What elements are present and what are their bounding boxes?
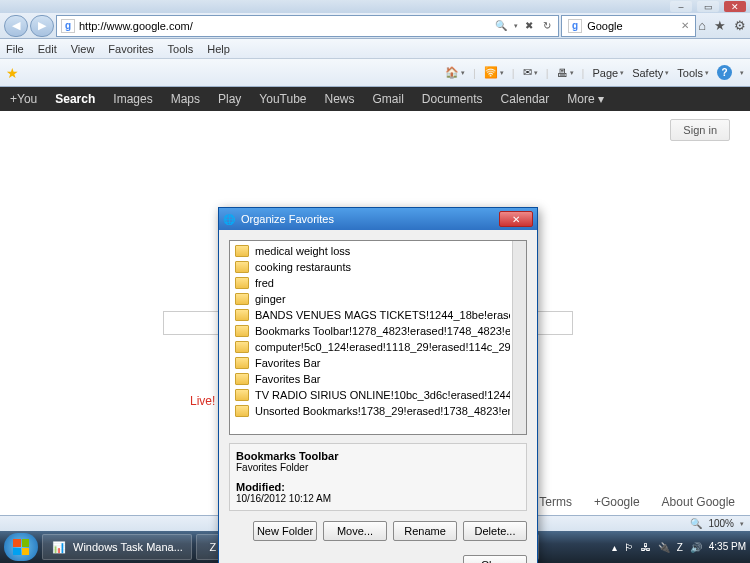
home-icon[interactable]: ⌂ [698,18,706,33]
gbar-news[interactable]: News [325,92,355,106]
footer-link[interactable]: +Google [594,495,640,509]
favorites-folder-item[interactable]: BANDS VENUES MAGS TICKETS!1244_18be!eras… [232,307,510,323]
add-favorite-icon[interactable]: ★ [6,65,19,81]
site-favicon: g [61,19,75,33]
favorites-folder-item[interactable]: Unsorted Bookmarks!1738_29!erased!1738_4… [232,403,510,419]
page-content: Sign in Live! W Advertising ProgramsBusi… [0,111,750,515]
forward-button[interactable]: ▶ [30,15,54,37]
gbar-you[interactable]: +You [10,92,37,106]
minimize-button[interactable]: – [670,1,692,12]
favorites-folder-item[interactable]: computer!5c0_124!erased!1118_29!erased!1… [232,339,510,355]
tools-gear-icon[interactable]: ⚙ [734,18,746,33]
gbar-images[interactable]: Images [113,92,152,106]
delete-button[interactable]: Delete... [463,521,527,541]
tray-network-icon[interactable]: 🖧 [641,542,651,553]
taskbar-clock[interactable]: 4:35 PM [709,542,746,552]
url-field[interactable]: g http://www.google.com/ 🔍 ▾ ✖ ↻ [56,15,559,37]
favorites-folder-item[interactable]: medical weight loss [232,243,510,259]
gbar-documents[interactable]: Documents [422,92,483,106]
page-menu[interactable]: Page▾ [592,67,624,79]
favorites-folder-item[interactable]: cooking restaraunts [232,259,510,275]
folder-label: fred [255,277,274,289]
print-icon[interactable]: 🖶▾ [557,67,574,79]
dialog-close-action-button[interactable]: Close [463,555,527,563]
gbar-youtube[interactable]: YouTube [259,92,306,106]
tray-chevron-icon[interactable]: ▴ [612,542,617,553]
system-tray[interactable]: ▴ 🏳 🖧 🔌 Z 🔊 4:35 PM [612,542,746,553]
tools-menu[interactable]: Tools▾ [677,67,709,79]
gbar-gmail[interactable]: Gmail [373,92,404,106]
favorites-folder-item[interactable]: fred [232,275,510,291]
detail-modified-label: Modified: [236,481,520,493]
help-icon[interactable]: ? [717,65,732,80]
menu-edit[interactable]: Edit [38,43,57,55]
dialog-title-text: Organize Favorites [241,213,334,225]
folder-icon [235,277,249,289]
taskbar-item-icon: 📊 [51,539,67,555]
stop-icon[interactable]: ✖ [522,20,536,31]
taskbar-item[interactable]: 📊Windows Task Mana... [42,534,192,560]
dialog-titlebar[interactable]: 🌐 Organize Favorites ✕ [219,208,537,230]
menu-tools[interactable]: Tools [168,43,194,55]
tray-volume-icon[interactable]: 🔊 [690,542,702,553]
maximize-button[interactable]: ▭ [697,1,719,12]
menu-file[interactable]: File [6,43,24,55]
footer-link[interactable]: About Google [662,495,735,509]
favorites-folder-item[interactable]: Favorites Bar [232,355,510,371]
google-nav-bar: +YouSearchImagesMapsPlayYouTubeNewsGmail… [0,87,750,111]
move-button[interactable]: Move... [323,521,387,541]
folder-label: BANDS VENUES MAGS TICKETS!1244_18be!eras… [255,309,510,321]
detail-subtitle: Favorites Folder [236,462,520,473]
tab-close-icon[interactable]: ✕ [681,20,689,31]
favorites-list[interactable]: medical weight losscooking restarauntsfr… [229,240,527,435]
favorites-folder-item[interactable]: Favorites Bar [232,371,510,387]
tray-z-icon[interactable]: Z [677,542,683,553]
favorites-folder-item[interactable]: Bookmarks Toolbar!1278_4823!erased!1748_… [232,323,510,339]
folder-icon [235,405,249,417]
folder-label: computer!5c0_124!erased!1118_29!erased!1… [255,341,510,353]
dialog-close-button[interactable]: ✕ [499,211,533,227]
start-button[interactable] [4,533,38,561]
tray-flag-icon[interactable]: 🏳 [624,542,634,553]
item-detail-panel: Bookmarks Toolbar Favorites Folder Modif… [229,443,527,511]
menu-favorites[interactable]: Favorites [108,43,153,55]
favorites-folder-item[interactable]: TV RADIO SIRIUS ONLINE!10bc_3d6c!erased!… [232,387,510,403]
zoom-dropdown-icon[interactable]: ▾ [740,520,744,528]
gbar-play[interactable]: Play [218,92,241,106]
tray-power-icon[interactable]: 🔌 [658,542,670,553]
browser-tab[interactable]: g Google ✕ [561,15,696,37]
zoom-icon[interactable]: 🔍 [690,518,702,529]
safety-menu[interactable]: Safety▾ [632,67,669,79]
favorites-folder-item[interactable]: ginger [232,291,510,307]
tab-favicon: g [568,19,582,33]
folder-label: cooking restaraunts [255,261,351,273]
feeds-icon[interactable]: 🛜▾ [484,66,504,79]
menu-help[interactable]: Help [207,43,230,55]
new-folder-button[interactable]: New Folder [253,521,317,541]
close-button[interactable]: ✕ [724,1,746,12]
scrollbar[interactable] [512,241,526,434]
zoom-level[interactable]: 100% [708,518,734,529]
folder-label: Favorites Bar [255,357,320,369]
mail-icon[interactable]: ✉▾ [523,66,538,79]
rename-button[interactable]: Rename [393,521,457,541]
url-dropdown-icon[interactable]: ▾ [514,22,518,30]
menu-view[interactable]: View [71,43,95,55]
folder-label: TV RADIO SIRIUS ONLINE!10bc_3d6c!erased!… [255,389,510,401]
refresh-icon[interactable]: ↻ [540,20,554,31]
signin-button[interactable]: Sign in [670,119,730,141]
gbar-search[interactable]: Search [55,92,95,106]
gbar-calendar[interactable]: Calendar [501,92,550,106]
back-button[interactable]: ◀ [4,15,28,37]
search-icon[interactable]: 🔍 [492,20,510,31]
folder-icon [235,261,249,273]
tab-label: Google [587,20,622,32]
gbar-more[interactable]: More ▾ [567,92,604,106]
gbar-maps[interactable]: Maps [171,92,200,106]
home-dropdown[interactable]: 🏠▾ [445,66,465,79]
taskbar-item-label: Windows Task Mana... [73,541,183,553]
window-titlebar: – ▭ ✕ [0,0,750,13]
menu-bar: FileEditViewFavoritesToolsHelp [0,39,750,59]
favorites-star-icon[interactable]: ★ [714,18,726,33]
organize-favorites-dialog: 🌐 Organize Favorites ✕ medical weight lo… [218,207,538,563]
